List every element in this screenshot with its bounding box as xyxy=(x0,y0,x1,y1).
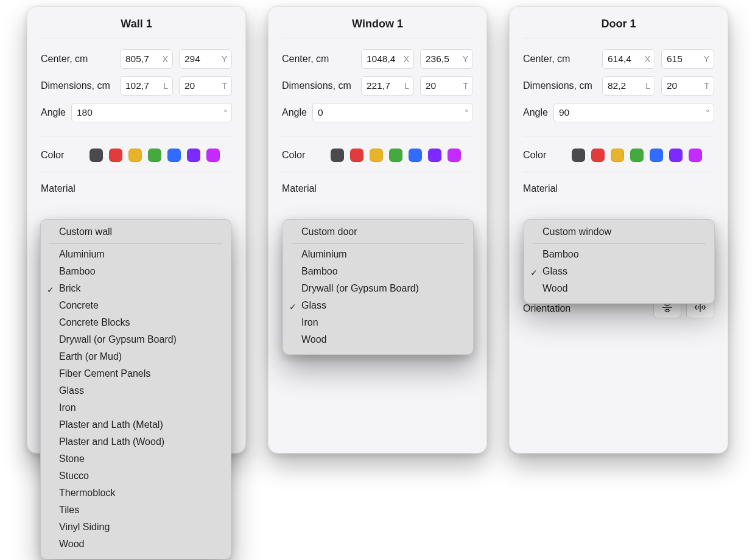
unit-l: L xyxy=(163,81,168,91)
unit-l: L xyxy=(404,81,409,91)
color-swatch[interactable] xyxy=(409,149,422,162)
unit-x: X xyxy=(163,54,168,64)
angle-input[interactable] xyxy=(312,103,473,122)
color-swatch[interactable] xyxy=(370,149,383,162)
material-option-label: Vinyl Siding xyxy=(59,522,110,532)
material-menu-header[interactable]: Custom window xyxy=(524,223,714,240)
material-option-label: Tiles xyxy=(59,505,79,515)
check-icon: ✓ xyxy=(47,283,54,296)
material-label: Material xyxy=(41,183,232,194)
material-option[interactable]: ✓Glass xyxy=(524,263,714,280)
material-option-label: Stucco xyxy=(59,471,89,481)
color-swatch[interactable] xyxy=(90,149,103,162)
material-option-label: Concrete xyxy=(59,300,99,310)
color-swatches xyxy=(90,149,220,162)
color-swatch[interactable] xyxy=(689,149,702,162)
material-option-label: Stone xyxy=(59,453,85,464)
divider xyxy=(282,38,473,38)
unit-deg: ° xyxy=(223,108,227,117)
color-swatch[interactable] xyxy=(148,149,161,162)
material-menu-wall[interactable]: Custom wallAluminiumBamboo✓BrickConcrete… xyxy=(40,219,231,559)
material-option[interactable]: Glass xyxy=(41,382,231,399)
material-menu-header[interactable]: Custom wall xyxy=(41,223,231,240)
color-swatch[interactable] xyxy=(611,149,624,162)
menu-separator xyxy=(533,243,706,243)
material-option[interactable]: Concrete xyxy=(41,297,231,314)
unit-y: Y xyxy=(463,54,468,64)
color-swatch[interactable] xyxy=(650,149,663,162)
color-swatch[interactable] xyxy=(630,149,644,162)
color-swatches xyxy=(572,149,702,162)
color-swatches xyxy=(331,149,461,162)
material-option[interactable]: ✓Glass xyxy=(283,297,473,314)
material-option[interactable]: Aluminium xyxy=(41,246,231,263)
divider xyxy=(523,172,714,172)
material-option[interactable]: Vinyl Siding xyxy=(41,519,231,536)
material-option-label: Wood xyxy=(543,283,568,293)
material-option[interactable]: Concrete Blocks xyxy=(41,314,231,331)
divider xyxy=(282,172,473,172)
unit-t: T xyxy=(222,81,227,91)
color-swatch[interactable] xyxy=(128,149,142,162)
material-option[interactable]: Bamboo xyxy=(41,263,231,280)
material-option[interactable]: Fiber Cement Panels xyxy=(41,365,231,382)
center-label: Center, cm xyxy=(523,54,602,65)
color-swatch[interactable] xyxy=(350,149,363,162)
material-menu-header[interactable]: Custom door xyxy=(283,223,473,240)
divider xyxy=(523,136,714,136)
material-option[interactable]: Wood xyxy=(283,331,473,348)
material-option[interactable]: Bamboo xyxy=(283,263,473,280)
angle-label: Angle xyxy=(523,107,553,118)
divider xyxy=(41,136,232,136)
material-menu-door[interactable]: Custom windowBamboo✓GlassWood xyxy=(524,219,715,304)
unit-y: Y xyxy=(222,54,227,64)
unit-t: T xyxy=(704,81,709,91)
color-swatch[interactable] xyxy=(428,149,441,162)
material-option-label: Bamboo xyxy=(59,266,96,276)
color-swatch[interactable] xyxy=(389,149,402,162)
check-icon: ✓ xyxy=(289,300,297,313)
material-option[interactable]: Bamboo xyxy=(524,246,714,263)
material-option-label: Bamboo xyxy=(543,249,579,259)
material-option-label: Thermoblock xyxy=(59,488,115,498)
unit-deg: ° xyxy=(706,108,709,117)
material-option[interactable]: Drywall (or Gypsum Board) xyxy=(41,331,231,348)
color-swatch[interactable] xyxy=(591,149,605,162)
material-option[interactable]: Aluminium xyxy=(283,246,473,263)
material-option-label: Wood xyxy=(301,334,327,345)
material-option[interactable]: Tiles xyxy=(41,502,231,519)
color-swatch[interactable] xyxy=(331,149,344,162)
material-option[interactable]: ✓Brick xyxy=(41,280,231,297)
material-option[interactable]: Iron xyxy=(283,314,473,331)
material-option[interactable]: Plaster and Lath (Wood) xyxy=(41,433,231,450)
material-option[interactable]: Plaster and Lath (Metal) xyxy=(41,416,231,433)
material-option[interactable]: Stucco xyxy=(41,467,231,485)
material-option[interactable]: Wood xyxy=(524,280,714,297)
dimensions-label: Dimensions, cm xyxy=(41,80,120,91)
unit-y: Y xyxy=(704,54,709,64)
material-option[interactable]: Earth (or Mud) xyxy=(41,348,231,365)
color-swatch[interactable] xyxy=(448,149,461,162)
material-option[interactable]: Thermoblock xyxy=(41,485,231,502)
angle-input[interactable] xyxy=(553,103,714,122)
color-swatch[interactable] xyxy=(167,149,181,162)
material-label: Material xyxy=(523,183,714,194)
color-swatch[interactable] xyxy=(109,149,122,162)
material-option[interactable]: Iron xyxy=(41,399,231,416)
panel-title: Door 1 xyxy=(523,18,714,30)
material-option[interactable]: Stone xyxy=(41,450,231,467)
angle-label: Angle xyxy=(41,107,71,118)
divider xyxy=(523,38,714,38)
angle-input[interactable] xyxy=(71,103,232,122)
material-option[interactable]: Wood xyxy=(41,536,231,553)
material-option-label: Glass xyxy=(543,266,567,276)
color-swatch[interactable] xyxy=(206,149,220,162)
color-swatch[interactable] xyxy=(669,149,683,162)
color-swatch[interactable] xyxy=(572,149,585,162)
color-label: Color xyxy=(41,150,90,161)
color-swatch[interactable] xyxy=(187,149,200,162)
material-option-label: Glass xyxy=(301,300,326,310)
material-menu-window[interactable]: Custom doorAluminiumBambooDrywall (or Gy… xyxy=(283,219,474,355)
material-option[interactable]: Drywall (or Gypsum Board) xyxy=(283,280,473,297)
material-option-label: Fiber Cement Panels xyxy=(59,368,150,379)
